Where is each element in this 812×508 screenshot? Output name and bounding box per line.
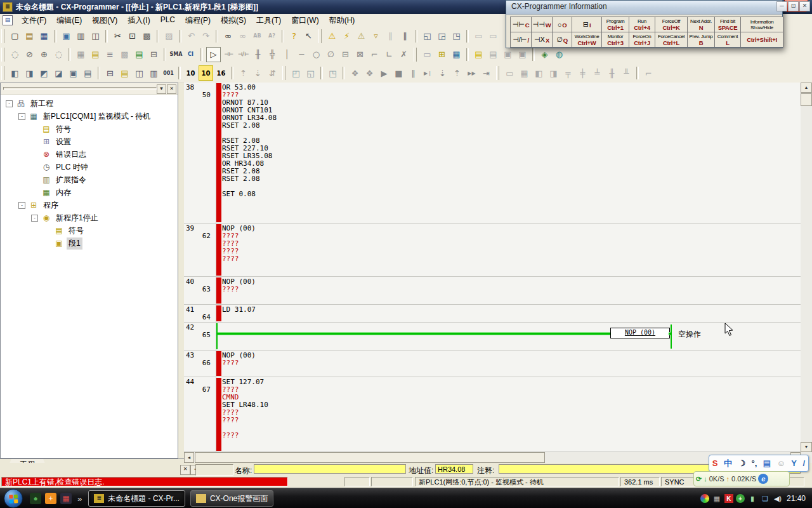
show-addresses-icon[interactable]: ▤	[133, 48, 146, 62]
tray-360-safe-icon[interactable]: +	[736, 494, 745, 503]
cross-reference-icon[interactable]: ⊟	[103, 66, 117, 80]
zoom-select-icon[interactable]: ◌	[8, 48, 22, 62]
toolbar-grip[interactable]	[1, 66, 4, 80]
copy-icon[interactable]: ⊡	[126, 29, 139, 43]
monitor-signed-decimal-icon[interactable]: 10	[199, 65, 213, 81]
expand-box[interactable]: -	[31, 215, 38, 222]
tree-close-button[interactable]: ✕	[167, 84, 176, 94]
tray-volume-icon[interactable]: ◀)	[773, 493, 783, 504]
show-levels-icon[interactable]: ⊟	[147, 48, 160, 62]
print-icon[interactable]: ▥	[74, 29, 88, 43]
menu-help[interactable]: 帮助(H)	[324, 14, 360, 27]
io-comment-icon[interactable]: ▤	[118, 66, 131, 80]
compile-report-icon[interactable]: ⚠	[355, 29, 368, 43]
show-grid-icon[interactable]: ▦	[74, 48, 88, 62]
punctuation-mode-icon[interactable]: °,	[752, 458, 757, 468]
rung-39[interactable]: 3962NOP (00)????????????????	[184, 224, 801, 277]
sogou-logo-icon[interactable]: S	[712, 458, 718, 468]
zoom-in-icon[interactable]: ⊕	[37, 48, 51, 62]
tree-item-expansion-instructions[interactable]: ▥扩展指令	[1, 173, 178, 186]
toolbar-grip[interactable]	[1, 29, 4, 43]
scroll-down-button[interactable]: ▼	[801, 442, 812, 452]
tray-palette-icon[interactable]	[700, 494, 709, 503]
new-file-icon[interactable]: ▢	[8, 29, 22, 43]
check-options-icon[interactable]: ▣	[60, 29, 73, 43]
mnemonic-view-icon[interactable]: ◨	[23, 66, 36, 80]
dialog-view-icon[interactable]: ◫	[133, 66, 146, 80]
open-file-icon[interactable]: ▤	[23, 29, 36, 43]
tree-item-program-1-symbols[interactable]: ▤符号	[1, 224, 178, 237]
expand-box[interactable]: -	[18, 113, 25, 120]
show-rung-list-icon[interactable]: ≡	[103, 48, 117, 62]
note-yellow-icon[interactable]: ▤	[472, 48, 485, 62]
find-view-icon[interactable]: ◪	[52, 66, 65, 80]
menu-insert[interactable]: 插入(I)	[122, 14, 155, 27]
symbol-view-icon[interactable]: ◩	[37, 66, 51, 80]
context-help-icon[interactable]: ↖	[302, 29, 315, 43]
tree-item-section-1[interactable]: ▣段1	[1, 237, 178, 250]
new-view-icon[interactable]: ◧	[8, 66, 22, 80]
mdi-restore[interactable]: ⊡	[788, 1, 799, 11]
ladder-vertical-scrollbar[interactable]: ▲ ▼	[801, 83, 812, 452]
paste-icon[interactable]: ▩	[140, 29, 154, 43]
rung-40[interactable]: 4063NOP (00)????	[184, 277, 801, 305]
data-trace-icon[interactable]: ▿	[369, 29, 383, 43]
tree-panel-grip[interactable]	[3, 87, 157, 90]
nop-instruction-box[interactable]: NOP (00)	[610, 328, 670, 338]
vertical-scroll-thumb[interactable]	[801, 93, 812, 106]
expand-box[interactable]: -	[6, 100, 13, 107]
tree-item-plc-node[interactable]: -▦新PLC1[CQM1] 监视模式 - 待机	[1, 110, 178, 123]
menu-file[interactable]: 文件(F)	[16, 14, 51, 27]
task-cx-one-alarm[interactable]: CX-One报警画面	[190, 490, 273, 507]
tray-kaspersky-icon[interactable]: K	[724, 494, 733, 503]
chinese-mode-icon[interactable]: 中	[724, 458, 732, 469]
half-moon-punctuation-icon[interactable]: ☽	[738, 458, 745, 468]
tree-item-plc-clock[interactable]: ◷PLC 时钟	[1, 161, 178, 173]
show-comments-icon[interactable]: ▤	[89, 48, 102, 62]
name-field[interactable]	[254, 464, 406, 474]
scroll-left-button[interactable]: ◄	[184, 452, 194, 463]
find-icon[interactable]: ∞	[221, 29, 235, 43]
tree-item-memory[interactable]: ▦内存	[1, 186, 178, 199]
cut-icon[interactable]: ✂	[111, 29, 124, 43]
quicklaunch-updater-icon[interactable]: +	[45, 493, 56, 504]
pause-icon[interactable]: ‖	[398, 29, 412, 43]
mdi-close[interactable]: ✕	[799, 1, 810, 11]
show-ci-icon[interactable]: CI	[184, 48, 197, 62]
menu-edit[interactable]: 编辑(E)	[51, 14, 87, 27]
user-account-icon[interactable]: ☺	[777, 458, 785, 468]
address-field[interactable]: HR34.08	[435, 464, 473, 474]
start-button[interactable]	[4, 489, 23, 508]
refresh-icon[interactable]: ⟳	[696, 475, 702, 483]
pld-monitor-icon[interactable]: ▭	[421, 48, 434, 62]
expand-box[interactable]: -	[18, 202, 25, 209]
scroll-up-button[interactable]: ▲	[801, 83, 812, 93]
soft-keyboard-icon[interactable]: ▤	[763, 458, 771, 468]
save-file-icon[interactable]: ▦	[37, 29, 51, 43]
compile-all-programs-icon[interactable]: ⊞	[435, 48, 449, 62]
toolbar-grip[interactable]	[1, 48, 4, 62]
toolbar-grip[interactable]	[496, 66, 499, 80]
address-bar-close-button[interactable]: ✕	[180, 465, 190, 475]
rung-38[interactable]: 3850OR 53.00????ORNOT 87.10ORNOT CNT101O…	[184, 83, 801, 224]
mdi-minimize[interactable]: ─	[776, 1, 787, 11]
menu-view[interactable]: 视图(V)	[87, 14, 122, 27]
cx-information-titlebar[interactable]: CX-Programmer Information	[506, 1, 782, 15]
properties-view-icon[interactable]: ▤	[81, 66, 95, 80]
print-preview-icon[interactable]: ◫	[89, 29, 102, 43]
tray-input-keyboard-icon[interactable]: ▦	[712, 493, 722, 504]
monitor-hex-icon[interactable]: 16	[214, 66, 228, 80]
tree-dropdown-button[interactable]: ▼	[157, 84, 166, 94]
io-comment-view-icon[interactable]: ▦	[450, 48, 463, 62]
rung-43[interactable]: 4366NOP (00)????	[184, 351, 801, 377]
binary-view-icon[interactable]: 001	[162, 66, 175, 80]
online-edit-icon[interactable]: ⚡	[340, 29, 353, 43]
tree-item-programs[interactable]: -⊞程序	[1, 199, 178, 211]
menu-window[interactable]: 窗口(W)	[286, 14, 324, 27]
horizontal-scroll-thumb[interactable]	[195, 452, 545, 463]
tree-item-program-1[interactable]: -◉新程序1停止	[1, 211, 178, 224]
taskbar-clock[interactable]: 21:40	[787, 494, 806, 503]
menu-program[interactable]: 编程(P)	[180, 14, 216, 27]
task-cx-programmer[interactable]: ≣未命名標題 - CX-Pr...	[88, 490, 185, 507]
menu-tools[interactable]: 工具(T)	[251, 14, 286, 27]
